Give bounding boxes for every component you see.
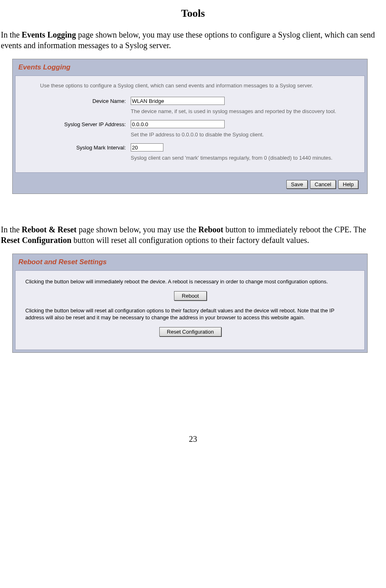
syslog-ip-help: Set the IP address to 0.0.0.0 to disable… (131, 130, 355, 142)
intro2-pre: In the (1, 225, 22, 234)
device-name-input[interactable] (131, 97, 225, 105)
reboot-button-row: Reboot (25, 285, 355, 307)
syslog-ip-input[interactable] (131, 120, 225, 128)
device-name-row: Device Name: (25, 97, 355, 105)
events-logging-title: Events Logging (13, 59, 367, 74)
events-logging-intro: Use these options to configure a Syslog … (25, 82, 355, 95)
mark-interval-help-row: Syslog client can send 'mark' timestamps… (25, 153, 355, 163)
reboot-reset-body: Clicking the button below will immediate… (15, 270, 365, 350)
intro1-bold: Events Logging (22, 30, 76, 39)
device-name-help: The device name, if set, is used in sysl… (131, 107, 355, 118)
syslog-ip-help-row: Set the IP address to 0.0.0.0 to disable… (25, 130, 355, 142)
mark-interval-label: Syslog Mark Interval: (25, 145, 131, 151)
intro2-bold3: Reset Configuration (1, 236, 71, 245)
page-title: Tools (0, 7, 386, 20)
cancel-button[interactable]: Cancel (310, 180, 335, 189)
intro2-mid1: page shown below, you may use the (77, 225, 199, 234)
intro1-pre: In the (1, 30, 22, 39)
mark-interval-help: Syslog client can send 'mark' timestamps… (131, 153, 355, 163)
reset-text: Clicking the button below will reset all… (25, 307, 355, 321)
mark-interval-row: Syslog Mark Interval: (25, 143, 355, 151)
intro2-bold2: Reboot (199, 225, 223, 234)
mark-interval-input[interactable] (131, 143, 163, 151)
reboot-button[interactable]: Reboot (174, 291, 207, 301)
device-name-help-row: The device name, if set, is used in sysl… (25, 107, 355, 118)
reboot-reset-panel: Reboot and Reset Settings Clicking the b… (12, 254, 368, 353)
intro2-post: button will reset all configuration opti… (71, 236, 309, 245)
page-number: 23 (0, 434, 386, 444)
events-logging-panel: Events Logging Use these options to conf… (12, 59, 368, 194)
reboot-reset-title: Reboot and Reset Settings (13, 254, 367, 269)
help-button[interactable]: Help (338, 180, 358, 189)
syslog-ip-label: Syslog Server IP Address: (25, 121, 131, 127)
events-logging-footer: Save Cancel Help (13, 175, 367, 194)
events-logging-body: Use these options to configure a Syslog … (15, 76, 365, 173)
intro2-bold1: Reboot & Reset (22, 225, 76, 234)
intro2-mid2: button to immediately reboot the CPE. Th… (223, 225, 366, 234)
syslog-ip-row: Syslog Server IP Address: (25, 120, 355, 128)
reset-configuration-button[interactable]: Reset Configuration (159, 327, 222, 336)
reset-button-row: Reset Configuration (25, 321, 355, 338)
save-button[interactable]: Save (286, 180, 308, 189)
device-name-label: Device Name: (25, 98, 131, 104)
intro-paragraph-1: In the Events Logging page shown below, … (1, 29, 385, 51)
reboot-text: Clicking the button below will immediate… (25, 278, 355, 285)
intro-paragraph-2: In the Reboot & Reset page shown below, … (1, 224, 385, 245)
